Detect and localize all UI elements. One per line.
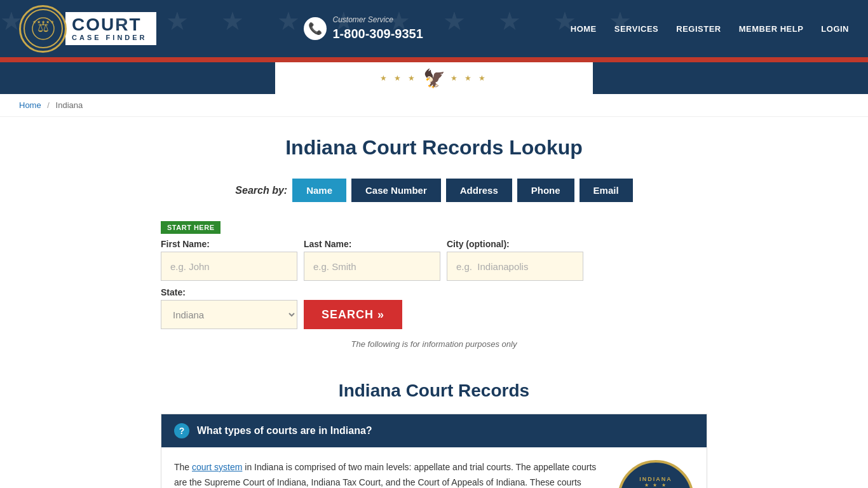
- customer-service: 📞 Customer Service 1-800-309-9351: [304, 15, 423, 42]
- tab-phone[interactable]: Phone: [517, 179, 574, 202]
- breadcrumb: Home / Indiana: [0, 94, 868, 117]
- logo-badge-inner: ⚖ ★★★★★: [24, 9, 63, 48]
- indiana-seal: INDIANA ★ ★ ★ ⚖ ★ ★ ★: [618, 460, 694, 488]
- seal-top-label: INDIANA: [639, 476, 672, 482]
- red-ribbon: [0, 57, 868, 62]
- faq-body-0: The court system in Indiana is comprised…: [161, 447, 707, 488]
- nav-member-help[interactable]: MEMBER HELP: [739, 24, 804, 34]
- faq-question-text: What types of courts are in Indiana?: [197, 425, 372, 437]
- cs-text-block: Customer Service 1-800-309-9351: [333, 15, 423, 42]
- faq-header-0[interactable]: ? What types of courts are in Indiana?: [161, 414, 707, 447]
- search-form-row: First Name: Last Name: City (optional): …: [161, 239, 707, 329]
- faq-answer-text: The court system in Indiana is comprised…: [174, 460, 605, 488]
- eagle-icon: 🦅: [423, 68, 445, 89]
- last-name-input[interactable]: [304, 252, 440, 281]
- search-button[interactable]: SEARCH »: [304, 300, 402, 329]
- eagle-stars-right: ★ ★ ★: [451, 74, 489, 83]
- breadcrumb-separator: /: [47, 100, 50, 110]
- tab-address[interactable]: Address: [446, 179, 512, 202]
- logo-subtitle-text: CASE FINDER: [72, 34, 147, 41]
- city-input[interactable]: [447, 252, 583, 281]
- ribbon-arch: ★ ★ ★ 🦅 ★ ★ ★: [0, 62, 868, 94]
- city-label: City (optional):: [447, 239, 583, 249]
- logo-badge: ⚖ ★★★★★: [19, 5, 67, 53]
- search-form-area: START HERE First Name: Last Name: City (…: [161, 215, 707, 362]
- search-by-row: Search by: Name Case Number Address Phon…: [161, 179, 707, 202]
- breadcrumb-current: Indiana: [56, 100, 83, 110]
- eagle-emblem: ★ ★ ★ 🦅 ★ ★ ★: [380, 68, 488, 89]
- last-name-group: Last Name:: [304, 239, 440, 281]
- eagle-stars-left: ★ ★ ★: [380, 74, 418, 83]
- last-name-label: Last Name:: [304, 239, 440, 249]
- tab-name[interactable]: Name: [292, 179, 346, 202]
- nav-services[interactable]: SERVICES: [614, 24, 659, 34]
- court-system-link[interactable]: court system: [192, 462, 242, 472]
- page-title: Indiana Court Records Lookup: [161, 136, 707, 159]
- state-label: State:: [161, 287, 297, 297]
- tab-case-number[interactable]: Case Number: [351, 179, 441, 202]
- nav-home[interactable]: HOME: [571, 24, 597, 34]
- phone-icon: 📞: [304, 17, 327, 40]
- info-note: The following is for information purpose…: [161, 339, 707, 349]
- cs-label: Customer Service: [333, 15, 423, 25]
- logo-text-block: COURT CASE FINDER: [65, 12, 156, 45]
- first-name-group: First Name:: [161, 239, 297, 281]
- city-group: City (optional):: [447, 239, 583, 281]
- tab-email[interactable]: Email: [580, 179, 633, 202]
- nav-register[interactable]: REGISTER: [676, 24, 721, 34]
- seal-stars: ★ ★ ★: [644, 482, 667, 488]
- start-here-text: START HERE: [161, 221, 220, 234]
- first-name-label: First Name:: [161, 239, 297, 249]
- svg-text:★★★★★: ★★★★★: [32, 20, 54, 24]
- logo-area[interactable]: ⚖ ★★★★★ COURT CASE FINDER: [19, 5, 156, 53]
- logo-court-text: COURT: [72, 16, 147, 34]
- state-group: State: Indiana Alabama Alaska Arizona Ar…: [161, 287, 297, 329]
- site-header: ⚖ ★★★★★ COURT CASE FINDER 📞 Customer Ser…: [0, 0, 868, 57]
- breadcrumb-home[interactable]: Home: [19, 100, 41, 110]
- main-nav: HOME SERVICES REGISTER MEMBER HELP LOGIN: [571, 24, 849, 34]
- main-content: Indiana Court Records Lookup Search by: …: [148, 117, 720, 488]
- faq-item-0: ? What types of courts are in Indiana? T…: [161, 414, 707, 488]
- first-name-input[interactable]: [161, 252, 297, 281]
- records-title: Indiana Court Records: [161, 381, 707, 401]
- faq-question-icon: ?: [174, 423, 189, 438]
- start-here-badge: START HERE: [161, 221, 707, 239]
- state-select[interactable]: Indiana Alabama Alaska Arizona Arkansas …: [161, 300, 297, 329]
- nav-login[interactable]: LOGIN: [821, 24, 849, 34]
- search-by-label: Search by:: [235, 185, 287, 196]
- cs-phone: 1-800-309-9351: [333, 25, 423, 42]
